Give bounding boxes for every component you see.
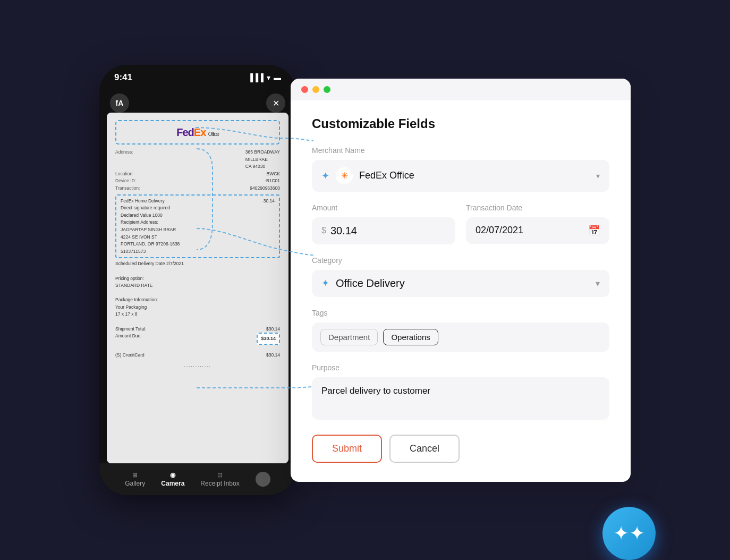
phone-bottom-nav: ⊞ Gallery ◉ Camera ⊡ Receipt Inbox <box>99 463 296 495</box>
category-value: Office Delivery <box>336 277 405 290</box>
dialog-actions: Submit Cancel <box>312 435 609 463</box>
dialog-titlebar <box>291 79 631 100</box>
fa-button[interactable]: fA <box>110 94 129 113</box>
fedex-star-icon: ✳ <box>341 171 348 181</box>
recipient-label: Recipient Address: <box>121 219 275 226</box>
location-label: Location: <box>115 171 158 178</box>
transaction-date-label: Transaction Date <box>466 203 609 212</box>
receipt-logo-box: FedEx Office <box>115 120 280 145</box>
merchant-name-label: Merchant Name <box>312 146 609 155</box>
tag-department[interactable]: Department <box>320 329 378 345</box>
street: 4224 SE IVON ST <box>121 234 275 241</box>
home-delivery-row: FedEx Home Delivery 30.14 <box>121 198 275 205</box>
fedex-ex: Ex <box>194 126 206 138</box>
category-dropdown[interactable]: ✦ Office Delivery ▾ <box>312 270 609 297</box>
gallery-icon: ⊞ <box>132 471 138 479</box>
pricing-value: STANDARD RATE <box>115 282 280 290</box>
tags-field: Department Operations <box>312 323 609 352</box>
receipt-location-row: Location: BWCK <box>115 171 280 178</box>
fedex-logo-receipt: FedEx Office <box>122 124 274 140</box>
titlebar-dot-red[interactable] <box>301 86 308 93</box>
credit-value: $30.14 <box>266 352 280 359</box>
fedex-fed: Fed <box>176 126 194 138</box>
price-text: 30.14 <box>264 198 275 205</box>
inbox-icon: ⊡ <box>217 471 223 479</box>
pricing-label: Pricing option: <box>115 275 280 283</box>
nav-receipt-inbox[interactable]: ⊡ Receipt Inbox <box>200 471 239 487</box>
amount-due-value: $30.14 <box>257 333 280 344</box>
date-value: 02/07/2021 <box>476 225 523 236</box>
dimensions: 17 x 17 x 8 <box>115 311 280 318</box>
amount-due-row: Amount Due: $30.14 <box>115 333 280 344</box>
merchant-name-value: FedEx Office <box>359 170 414 181</box>
dialog-panel: Customizable Fields Merchant Name ✦ ✳ Fe… <box>291 79 631 482</box>
category-field: Category ✦ Office Delivery ▾ <box>312 256 609 297</box>
purpose-field-container: Purpose Parcel delivery to customer <box>312 363 609 420</box>
credit-row: (S) CreditCard $30.14 <box>115 352 280 359</box>
package-value: Your Packaging <box>115 304 280 311</box>
fedex-badge: ✳ <box>336 167 353 184</box>
category-chevron-icon: ▾ <box>596 278 600 289</box>
city: PORTLAND, OR 97206-1638 <box>121 241 275 248</box>
purpose-label: Purpose <box>312 363 609 372</box>
merchant-chevron-icon: ▾ <box>596 172 600 180</box>
receipt-body: Address: 365 BROADWAYMILLBRAECA 94030 Lo… <box>115 149 280 369</box>
receipt-barcode: ............ <box>115 362 280 369</box>
credit-label: (S) CreditCard <box>115 352 145 359</box>
phone: 9:41 ▐▐▐ ▾ ▬ fA ✕ <box>99 65 296 495</box>
calendar-icon: 📅 <box>588 225 600 236</box>
submit-button[interactable]: Submit <box>312 435 382 463</box>
receipt-address-row: Address: 365 BROADWAYMILLBRAECA 94030 <box>115 149 280 171</box>
receipt-inbox-label: Receipt Inbox <box>200 480 239 487</box>
dialog-title: Customizable Fields <box>312 116 609 131</box>
merchant-sparkle-icon: ✦ <box>321 170 329 182</box>
date-field[interactable]: 02/07/2021 📅 <box>466 217 609 244</box>
receipt-area: FedEx Office Address: 365 BROADWAYMILLBR… <box>99 65 296 463</box>
amount-currency: $ <box>321 226 326 235</box>
location-value: BWCK <box>267 171 281 178</box>
phone-top-bar: fA ✕ <box>99 65 296 118</box>
package-label: Package Information: <box>115 296 280 304</box>
shipment-label: Shipment Total: <box>115 326 146 333</box>
nav-gallery[interactable]: ⊞ Gallery <box>125 471 145 487</box>
fedex-office-text: Office <box>208 131 219 137</box>
tag-operations[interactable]: Operations <box>383 329 438 345</box>
purpose-value: Parcel delivery to customer <box>321 386 430 396</box>
amount-label: Amount <box>312 203 455 212</box>
camera-label: Camera <box>161 480 184 487</box>
nav-camera[interactable]: ◉ Camera <box>161 471 184 487</box>
amount-due-label: Amount Due: <box>115 333 142 344</box>
titlebar-dot-yellow[interactable] <box>312 86 319 93</box>
date-field-container: Transaction Date 02/07/2021 📅 <box>466 203 609 244</box>
declared-value: Declared Value 1000 <box>121 212 275 219</box>
amount-field-container: Amount $ 30.14 <box>312 203 455 244</box>
nav-avatar[interactable] <box>256 472 270 487</box>
shipment-value: $30.14 <box>266 326 280 333</box>
address-value: 365 BROADWAYMILLBRAECA 94030 <box>245 149 280 171</box>
purpose-field[interactable]: Parcel delivery to customer <box>312 377 609 420</box>
tags-label: Tags <box>312 309 609 317</box>
shipment-row: Shipment Total: $30.14 <box>115 326 280 333</box>
transaction-label: Transaction: <box>115 185 158 192</box>
device-label: Device ID: <box>115 177 158 185</box>
category-label: Category <box>312 256 609 265</box>
sparkle-icon: ✦✦ <box>613 522 645 545</box>
merchant-name-dropdown[interactable]: ✦ ✳ FedEx Office ▾ <box>312 160 609 192</box>
scheduled-delivery: Scheduled Delivery Date 2/7/2021 <box>115 260 280 268</box>
sig-required: Direct signature required <box>121 205 275 212</box>
home-delivery-text: FedEx Home Delivery <box>121 198 165 205</box>
amount-field[interactable]: $ 30.14 <box>312 217 455 244</box>
category-sparkle-icon: ✦ <box>321 277 329 289</box>
cancel-button[interactable]: Cancel <box>389 435 460 463</box>
receipt-device-row: Device ID: -B1C01 <box>115 177 280 185</box>
device-value: -B1C01 <box>265 177 280 185</box>
amount-value: 30.14 <box>330 225 357 237</box>
tags-field-container: Tags Department Operations <box>312 309 609 352</box>
receipt-image: FedEx Office Address: 365 BROADWAYMILLBR… <box>107 113 288 463</box>
transaction-value: 940290963600 <box>250 185 280 192</box>
receipt-home-delivery-box: FedEx Home Delivery 30.14 Direct signatu… <box>115 194 280 259</box>
receipt-transaction-row: Transaction: 940290963600 <box>115 185 280 192</box>
titlebar-dot-green[interactable] <box>324 86 330 93</box>
dialog-body: Customizable Fields Merchant Name ✦ ✳ Fe… <box>291 100 631 482</box>
close-button[interactable]: ✕ <box>266 94 285 113</box>
